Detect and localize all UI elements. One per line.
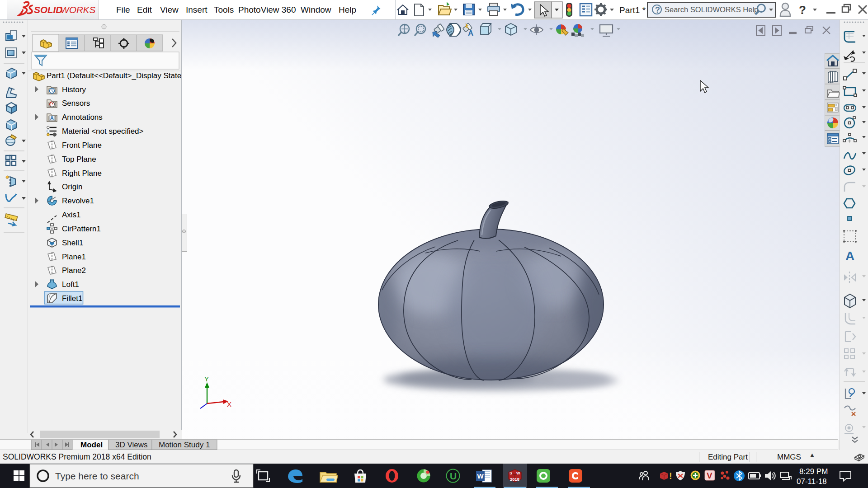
svg-text:A: A <box>50 115 54 122</box>
svg-text:Shell1: Shell1 <box>62 239 83 247</box>
svg-text:Front Plane: Front Plane <box>62 141 102 150</box>
svg-text:W: W <box>516 471 520 475</box>
svg-text:Top Plane: Top Plane <box>62 155 96 164</box>
svg-text:Part1 *: Part1 * <box>619 5 646 15</box>
svg-text:Type here to search: Type here to search <box>55 471 139 481</box>
svg-text:2018: 2018 <box>510 477 519 482</box>
svg-text:!: ! <box>669 471 672 481</box>
svg-text:?: ? <box>655 5 660 14</box>
svg-text:X: X <box>227 400 231 408</box>
svg-text:WORKS: WORKS <box>61 5 96 15</box>
svg-text:A: A <box>468 29 473 38</box>
svg-text:U: U <box>450 471 457 481</box>
svg-text:Search SOLIDWORKS Help: Search SOLIDWORKS Help <box>665 5 758 14</box>
svg-text:CirPattern1: CirPattern1 <box>62 225 101 233</box>
svg-text:Loft1: Loft1 <box>62 280 79 289</box>
svg-text:Right Plane: Right Plane <box>62 169 102 178</box>
svg-text:Model: Model <box>80 441 103 449</box>
svg-text:Fillet1: Fillet1 <box>62 294 82 303</box>
svg-text:A: A <box>845 249 854 263</box>
svg-text:?: ? <box>799 3 806 17</box>
svg-text:8:29 PM: 8:29 PM <box>799 467 828 476</box>
svg-text:Part1 (Default<<Default>_Disp: Part1 (Default<<Default>_Display State <box>47 71 181 80</box>
svg-text:Motion Study 1: Motion Study 1 <box>159 441 210 449</box>
svg-text:W: W <box>477 472 484 480</box>
svg-text:07-11-18: 07-11-18 <box>797 477 827 486</box>
svg-text:History: History <box>62 85 86 94</box>
svg-text:Revolve1: Revolve1 <box>62 197 94 205</box>
svg-text:Annotations: Annotations <box>62 113 103 122</box>
svg-text:V: V <box>707 471 712 480</box>
svg-text:Axis1: Axis1 <box>62 211 81 219</box>
svg-text:S: S <box>509 471 512 475</box>
svg-text:Plane2: Plane2 <box>62 266 86 275</box>
svg-text:Origin: Origin <box>62 183 82 191</box>
svg-text:Material <not specified>: Material <not specified> <box>62 127 144 136</box>
svg-text:Plane1: Plane1 <box>62 253 86 261</box>
svg-text:SOLID: SOLID <box>34 5 62 15</box>
svg-text:3D Views: 3D Views <box>115 441 148 449</box>
svg-text:Y: Y <box>204 375 209 383</box>
svg-text:Sensors: Sensors <box>62 99 90 108</box>
